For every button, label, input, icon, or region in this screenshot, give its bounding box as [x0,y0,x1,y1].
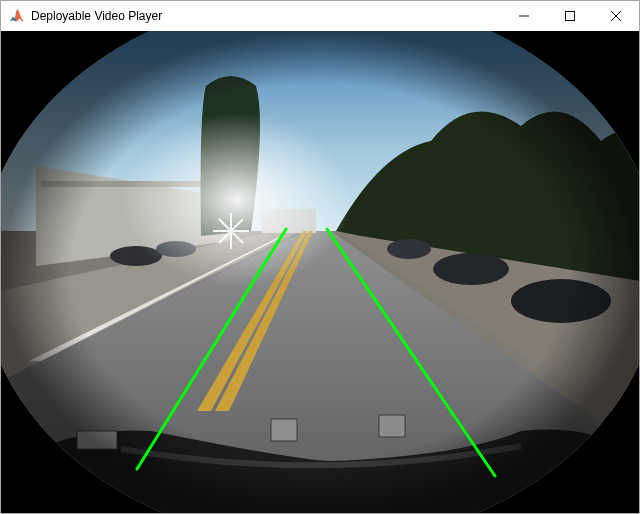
window-title: Deployable Video Player [31,9,501,23]
window-controls [501,1,639,31]
app-window: Deployable Video Player [0,0,640,514]
video-viewport [1,31,639,513]
matlab-icon [9,8,25,24]
close-button[interactable] [593,1,639,31]
titlebar[interactable]: Deployable Video Player [1,1,639,31]
svg-rect-23 [1,31,639,513]
minimize-button[interactable] [501,1,547,31]
video-frame [1,31,639,513]
svg-rect-0 [566,12,575,21]
maximize-button[interactable] [547,1,593,31]
